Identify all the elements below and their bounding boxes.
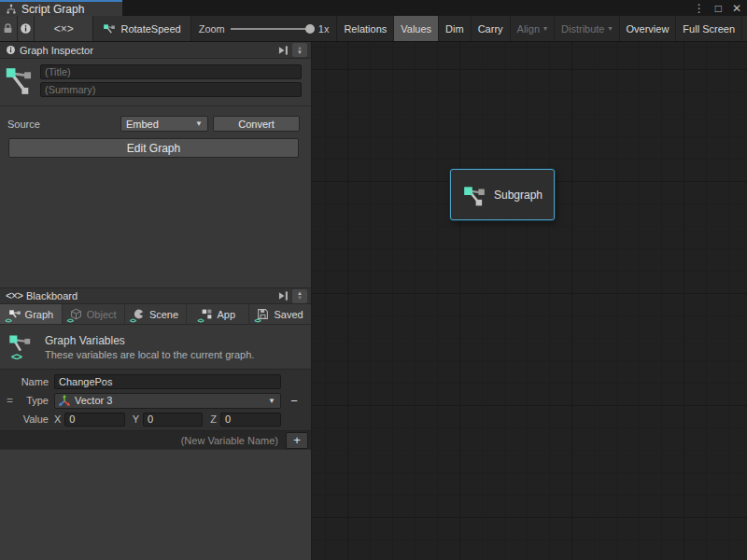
axis-x-label: X: [54, 413, 61, 425]
menu-icon[interactable]: ⋮: [694, 2, 705, 15]
graph-variables-icon: <>: [8, 308, 21, 321]
value-x-input[interactable]: [64, 413, 124, 427]
graph-variables-icon: <>: [8, 332, 36, 362]
full-screen-button[interactable]: Full Screen: [675, 16, 742, 41]
edit-graph-button[interactable]: Edit Graph: [8, 138, 299, 158]
panel-empty-area: [0, 449, 311, 560]
graph-canvas[interactable]: Subgraph: [312, 42, 747, 560]
name-label: Name: [0, 376, 54, 387]
chevron-down-icon: ▾: [609, 24, 613, 33]
tab-app[interactable]: <> App: [187, 304, 249, 324]
scene-variables-icon: <>: [133, 308, 146, 321]
app-variables-icon: <>: [201, 308, 214, 321]
variable-row: = Name Type: [0, 369, 311, 430]
value-z-input[interactable]: [220, 413, 281, 427]
axis-z-label: Z: [210, 413, 217, 425]
tab-graph[interactable]: <> Graph: [0, 304, 63, 324]
zoom-slider-handle[interactable]: [305, 24, 315, 34]
chevron-down-icon: ▾: [543, 24, 547, 33]
new-variable-placeholder[interactable]: (New Variable Name): [181, 435, 278, 446]
graph-variables-header: <> Graph Variables These variables are l…: [0, 325, 311, 369]
zoom-slider[interactable]: [231, 28, 313, 30]
variable-name-input[interactable]: [54, 374, 281, 389]
arrow-down-icon: ▼: [297, 296, 303, 301]
tab-strip: Script Graph ⋮ □ ✕: [0, 0, 747, 16]
tab-saved[interactable]: <> Saved: [249, 304, 311, 324]
window-controls: ⋮ □ ✕: [694, 1, 741, 15]
graph-toolbar: <×> RotateSpeed Zoom 1x Relations Values…: [0, 16, 747, 42]
graph-icon: [5, 64, 36, 98]
source-label: Source: [7, 119, 116, 130]
arrow-down-icon: ▼: [297, 50, 303, 55]
graph-title-input[interactable]: [40, 64, 302, 79]
convert-button[interactable]: Convert: [213, 116, 300, 132]
graph-inspector-section: Graph Inspector ▲ ▼: [0, 42, 311, 287]
toolbar-toggles: Relations Values Dim Carry Align▾ Distri…: [336, 16, 742, 41]
tab-object: <> Object: [63, 304, 125, 324]
dim-button[interactable]: Dim: [438, 16, 471, 41]
graph-variables-title: Graph Variables: [45, 334, 254, 347]
new-variable-row: (New Variable Name) +: [0, 430, 311, 449]
saved-variables-icon: <>: [257, 308, 270, 321]
graph-inspector-title: Graph Inspector: [20, 45, 93, 56]
graph-title-block: [0, 59, 311, 98]
graph-summary-input[interactable]: [40, 82, 302, 97]
lock-icon: [2, 22, 14, 35]
drag-handle-icon[interactable]: =: [7, 394, 13, 407]
zoom-scale: 1x: [318, 23, 330, 35]
scroll-spinner[interactable]: ▲ ▼: [292, 289, 307, 303]
values-button[interactable]: Values: [393, 16, 438, 41]
dock-icon[interactable]: [278, 290, 289, 301]
graph-icon: [103, 22, 116, 35]
variable-name-row: Name: [0, 372, 311, 391]
value-y-input[interactable]: [143, 413, 203, 427]
remove-variable-button[interactable]: −: [290, 394, 298, 408]
blackboard-tabs: <> Graph <> Object: [0, 304, 311, 325]
inspect-button[interactable]: [18, 16, 35, 41]
sidebar-panel: Graph Inspector ▲ ▼: [0, 42, 312, 560]
variable-type-row: Type Vector 3 ▼ −: [0, 391, 311, 410]
code-view-button[interactable]: <×>: [35, 16, 93, 41]
variable-value-row: Value X Y Z: [0, 410, 311, 428]
script-graph-window: Script Graph ⋮ □ ✕ <×>: [0, 0, 747, 560]
info-icon: [20, 22, 32, 35]
carry-button[interactable]: Carry: [471, 16, 510, 41]
graph-inspector-header[interactable]: Graph Inspector ▲ ▼: [0, 42, 311, 59]
tab-title: Script Graph: [21, 3, 84, 16]
divider: [0, 105, 311, 106]
code-icon: <×>: [54, 22, 74, 35]
blackboard-title: Blackboard: [26, 290, 78, 301]
graph-name: RotateSpeed: [120, 23, 180, 35]
chevron-down-icon: ▼: [195, 119, 203, 128]
axis-y-label: Y: [133, 413, 139, 425]
align-dropdown: Align▾: [510, 16, 554, 41]
maximize-icon[interactable]: □: [715, 2, 722, 15]
tab-script-graph[interactable]: Script Graph: [0, 0, 122, 16]
zoom-label: Zoom: [199, 23, 225, 35]
overview-button[interactable]: Overview: [619, 16, 676, 41]
source-row: Source Embed ▼ Convert: [7, 116, 300, 132]
zoom-control: Zoom 1x: [191, 16, 337, 41]
scroll-spinner[interactable]: ▲ ▼: [292, 43, 307, 57]
relations-button[interactable]: Relations: [336, 16, 393, 41]
value-label: Value: [0, 413, 54, 425]
tab-scene[interactable]: <> Scene: [125, 304, 188, 324]
distribute-dropdown: Distribute▾: [554, 16, 618, 41]
lock-button[interactable]: [0, 16, 18, 41]
info-icon: [6, 45, 16, 55]
blackboard-header[interactable]: <×> Blackboard ▲ ▼: [0, 287, 311, 304]
dock-icon[interactable]: [278, 45, 289, 56]
close-icon[interactable]: ✕: [732, 2, 741, 15]
chevron-down-icon: ▼: [268, 397, 275, 405]
node-label: Subgraph: [494, 189, 543, 202]
blackboard-icon: <×>: [6, 289, 22, 302]
graph-variables-subtitle: These variables are local to the current…: [45, 349, 254, 360]
variable-type-dropdown[interactable]: Vector 3 ▼: [54, 393, 281, 409]
graph-window-icon: [6, 4, 17, 15]
graph-icon: [462, 183, 486, 207]
subgraph-node[interactable]: Subgraph: [450, 169, 555, 220]
object-variables-icon: <>: [70, 308, 83, 321]
graph-breadcrumb[interactable]: RotateSpeed: [93, 16, 190, 41]
source-dropdown[interactable]: Embed ▼: [120, 116, 208, 132]
add-variable-button[interactable]: +: [286, 432, 308, 449]
